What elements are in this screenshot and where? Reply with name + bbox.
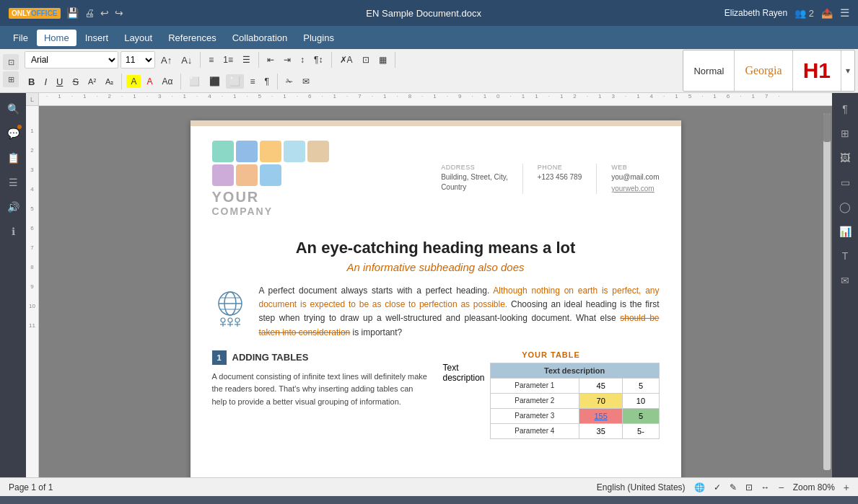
logo-shapes	[212, 141, 342, 186]
menu-collaboration[interactable]: Collaboration	[225, 30, 295, 46]
language-globe-icon[interactable]: 🌐	[694, 482, 705, 492]
style-georgia[interactable]: Georgia	[735, 50, 792, 91]
text-mode-btn[interactable]: ⊡	[359, 53, 373, 67]
quick-btn-1[interactable]: ⊡	[3, 54, 19, 70]
align-justify-btn[interactable]: ≡	[246, 74, 258, 89]
zoom-percent[interactable]: Zoom 80%	[793, 482, 835, 492]
italic-btn[interactable]: I	[40, 74, 51, 89]
bullets-btn[interactable]: ≡	[205, 53, 217, 67]
menu-home[interactable]: Home	[37, 30, 76, 46]
paragraph-spacing-btn[interactable]: ¶↕	[310, 53, 326, 67]
rs-table-icon[interactable]: ⊞	[835, 123, 855, 143]
shading-btn[interactable]: ▦	[375, 53, 390, 67]
outline-btn[interactable]: ☰	[239, 53, 254, 67]
ruler-corner: L	[26, 93, 39, 106]
save-btn-icon[interactable]: 💾	[66, 7, 79, 19]
collab-icon[interactable]: 👥 2	[794, 8, 814, 19]
para-text-3: is important?	[350, 327, 402, 337]
highlight-btn[interactable]: A	[126, 75, 141, 88]
indent-decrease-btn[interactable]: ⇤	[263, 53, 278, 67]
sidebar-comment-icon[interactable]: 💬	[3, 123, 23, 143]
table-row: Parameter 3 155 5	[490, 408, 659, 423]
track-changes-icon[interactable]: ✎	[730, 482, 737, 492]
rs-circle-icon[interactable]: ◯	[835, 197, 855, 217]
numbered-btn[interactable]: 1≡	[219, 53, 237, 67]
rs-mail-icon[interactable]: ✉	[835, 270, 855, 291]
rs-image-icon[interactable]: 🖼	[835, 148, 855, 168]
text-direction-btn[interactable]: ¶	[261, 74, 272, 89]
zoom-plus-btn[interactable]: +	[844, 482, 849, 493]
hex-3	[260, 141, 281, 162]
copy-style-btn[interactable]: ✁	[282, 74, 297, 89]
align-center-btn[interactable]: ⬛	[206, 74, 224, 89]
align-left-btn[interactable]: ⬜	[185, 74, 203, 89]
text-effects-btn[interactable]: Aα	[158, 74, 176, 89]
web-link[interactable]: yourweb.com	[611, 184, 659, 194]
sidebar-search-icon[interactable]: 🔍	[3, 99, 23, 119]
menu-layout[interactable]: Layout	[117, 30, 159, 46]
document-scroll[interactable]: YOUR COMPANY ADDRESS Building, Street, C…	[39, 106, 832, 477]
param-3-link[interactable]: 155	[595, 412, 608, 420]
logo-badge: ONLYOFFICE	[9, 8, 61, 19]
param-3-col2: 5	[623, 408, 659, 423]
sidebar-audio-icon[interactable]: 🔊	[3, 197, 23, 217]
rs-paragraph-icon[interactable]: ¶	[835, 99, 855, 119]
menu-references[interactable]: References	[161, 30, 223, 46]
rs-chart-icon[interactable]: 📊	[835, 221, 855, 242]
language-info[interactable]: English (United States)	[597, 482, 686, 492]
toolbar-main: Arial 11 A↑ A↓ ≡ 1≡ ☰ ⇤ ⇥ ↕ ¶↕ ✗A ⊡ ▦ B …	[22, 49, 680, 92]
toolbar-row1: Arial 11 A↑ A↓ ≡ 1≡ ☰ ⇤ ⇥ ↕ ¶↕ ✗A ⊡ ▦	[22, 49, 680, 71]
sidebar-clipboard-icon[interactable]: 📋	[3, 148, 23, 168]
hex-5	[307, 141, 329, 162]
mail-merge-btn[interactable]: ✉	[299, 74, 313, 89]
zoom-minus-btn[interactable]: −	[779, 482, 784, 493]
ruler-horizontal: ·1·1·2·1·3·1·4·1·5·1·6·1·7·1·8·1·9·10·11…	[39, 93, 832, 106]
line-spacing-btn[interactable]: ↕	[297, 53, 308, 67]
section-title: ADDING TABLES	[232, 352, 309, 363]
menu-insert[interactable]: Insert	[78, 30, 116, 46]
menu-plugins[interactable]: Plugins	[296, 30, 341, 46]
redo-btn-icon[interactable]: ↪	[115, 7, 123, 19]
undo-btn-icon[interactable]: ↩	[100, 7, 109, 19]
font-increase-btn[interactable]: A↑	[157, 53, 175, 68]
style-dropdown-arrow[interactable]: ▾	[841, 50, 854, 91]
clear-format-btn[interactable]: ✗A	[336, 53, 356, 67]
page-info: Page 1 of 1	[9, 482, 53, 492]
font-decrease-btn[interactable]: A↓	[178, 53, 196, 68]
font-family-select[interactable]: Arial	[25, 51, 118, 68]
rs-shape-icon[interactable]: ▭	[835, 172, 855, 193]
document-page: YOUR COMPANY ADDRESS Building, Street, C…	[191, 120, 681, 477]
scrollbar-thumb[interactable]	[823, 113, 831, 142]
print-btn-icon[interactable]: 🖨	[84, 7, 95, 19]
main-area: 🔍 💬 📋 ☰ 🔊 ℹ L ·1·1·2·1·3·1·4·1·5·1·6·1·7…	[0, 93, 858, 477]
style-h1[interactable]: H1	[793, 50, 841, 91]
strikethrough-btn[interactable]: S	[69, 74, 82, 89]
svg-point-5	[221, 318, 225, 322]
toolbar-row2: B I U S A² A₂ A A Aα ⬜ ⬛ ⬜ ≡ ¶ ✁ ✉	[22, 71, 680, 92]
font-color-btn[interactable]: A	[143, 74, 156, 89]
quick-btn-2[interactable]: ⊞	[3, 71, 19, 87]
bold-btn[interactable]: B	[25, 74, 38, 89]
data-table: Text description Parameter 1 45 5	[490, 363, 660, 439]
indent-increase-btn[interactable]: ⇥	[280, 53, 294, 67]
fit-page-icon[interactable]: ⊡	[745, 482, 753, 492]
menu-file[interactable]: File	[6, 30, 35, 46]
sidebar-nav-icon[interactable]: ☰	[3, 172, 23, 193]
share-icon[interactable]: 📤	[821, 8, 833, 19]
spellcheck-icon[interactable]: ✓	[714, 482, 721, 492]
svg-point-11	[235, 318, 240, 322]
superscript-btn[interactable]: A²	[84, 75, 100, 88]
font-size-select[interactable]: 11	[121, 51, 155, 68]
underline-btn[interactable]: U	[53, 74, 66, 89]
fit-width-icon[interactable]: ↔	[761, 482, 770, 492]
style-normal[interactable]: Normal	[683, 50, 735, 91]
sidebar-info-icon[interactable]: ℹ	[3, 221, 23, 242]
menu-icon[interactable]: ☰	[840, 6, 849, 19]
globe-icon	[212, 288, 248, 335]
web-email: you@mail.com	[611, 172, 659, 182]
align-right-btn[interactable]: ⬜	[226, 74, 244, 89]
title-bar-left: ONLYOFFICE 💾 🖨 ↩ ↪	[9, 7, 123, 19]
subscript-btn[interactable]: A₂	[102, 75, 117, 89]
table-row: Parameter 2 70 10	[490, 393, 659, 408]
rs-text-icon[interactable]: T	[835, 246, 855, 266]
